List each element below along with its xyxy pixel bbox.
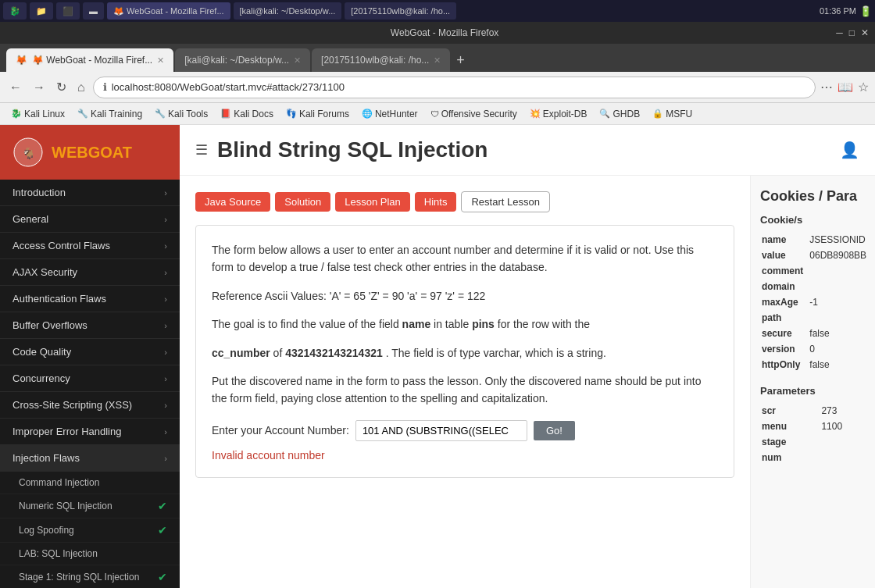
home-button[interactable]: ⌂ <box>74 77 88 98</box>
sidebar-subitem-log-spoofing[interactable]: Log Spoofing ✔ <box>0 519 180 543</box>
browser-titlebar: WebGoat - Mozilla Firefox ─ □ ✕ <box>0 22 875 44</box>
lesson-cc-value: 4321432143214321 <box>285 347 383 359</box>
sidebar-item-authentication-flaws-label: Authentication Flaws <box>12 293 106 305</box>
lesson-para3-start: The goal is to find the value of the fie… <box>212 318 402 330</box>
bookmark-nethunter[interactable]: 🌐 NetHunter <box>357 107 423 121</box>
sidebar-item-xss[interactable]: Cross-Site Scripting (XSS) › <box>0 392 180 419</box>
cookie-name-value: JSESSIONID <box>808 232 868 248</box>
sidebar-item-ajax-security[interactable]: AJAX Security › <box>0 259 180 286</box>
user-icon[interactable]: 👤 <box>840 141 859 159</box>
param-stage-label: stage <box>760 434 820 450</box>
sidebar-subitem-lab-sql[interactable]: LAB: SQL Injection <box>0 543 180 565</box>
bookmark-msfu[interactable]: 🔒 MSFU <box>648 107 697 121</box>
ghdb-icon: 🔍 <box>599 109 610 119</box>
sidebar-subitem-stage1-label: Stage 1: String SQL Injection <box>19 572 139 583</box>
close-icon[interactable]: ✕ <box>861 27 869 38</box>
taskbar-terminal2[interactable]: ▬ <box>83 2 104 20</box>
lesson-plan-button[interactable]: Lesson Plan <box>335 192 410 212</box>
maximize-icon[interactable]: □ <box>849 27 855 38</box>
cookie-value-label: value <box>760 248 808 263</box>
lesson-para4-end: . The field is of type varchar, which is… <box>386 347 606 359</box>
sidebar-item-access-control[interactable]: Access Control Flaws › <box>0 233 180 259</box>
sidebar-item-general[interactable]: General › <box>0 206 180 233</box>
tab-terminal1[interactable]: [kali@kali: ~/Desktop/w... ✕ <box>175 48 310 72</box>
sidebar-subitem-command-injection[interactable]: Command Injection <box>0 472 180 494</box>
go-button[interactable]: Go! <box>534 421 575 440</box>
sidebar-item-injection-flaws[interactable]: Injection Flaws › <box>0 445 180 472</box>
bookmark-kali-linux[interactable]: 🐉 Kali Linux <box>6 107 70 121</box>
cookie-value-value: 06DB8908BB <box>808 248 868 263</box>
sidebar-item-improper-error-handling[interactable]: Improper Error Handling › <box>0 419 180 445</box>
sidebar-item-authentication-flaws[interactable]: Authentication Flaws › <box>0 286 180 312</box>
tab-terminal2-label: [20175110wlb@kali: /ho... <box>321 55 429 66</box>
param-menu-value: 1100 <box>820 419 866 434</box>
address-bar[interactable]: ℹ localhost:8080/WebGoat/start.mvc#attac… <box>93 77 816 98</box>
taskbar-kali-icon[interactable]: 🐉 <box>3 2 27 20</box>
hints-button[interactable]: Hints <box>415 192 457 212</box>
sidebar-subitem-numeric-sql[interactable]: Numeric SQL Injection ✔ <box>0 494 180 519</box>
bookmark-kali-training[interactable]: 🔧 Kali Training <box>73 107 147 121</box>
minimize-icon[interactable]: ─ <box>836 27 843 38</box>
bookmark-offensive-security[interactable]: 🛡 Offensive Security <box>426 107 522 121</box>
sidebar-item-buffer-overflows[interactable]: Buffer Overflows › <box>0 312 180 339</box>
solution-button[interactable]: Solution <box>275 192 330 212</box>
cookie-row-version: version 0 <box>760 341 868 357</box>
chevron-right-icon: › <box>164 188 167 198</box>
taskbar-terminal1[interactable]: ⬛ <box>56 2 80 20</box>
nethunter-icon: 🌐 <box>362 109 373 119</box>
check-icon: ✔ <box>158 500 167 512</box>
content-area: ☰ Blind String SQL Injection 👤 Java Sour… <box>180 125 875 588</box>
java-source-button[interactable]: Java Source <box>195 192 270 212</box>
sidebar-item-xss-label: Cross-Site Scripting (XSS) <box>12 399 132 411</box>
new-tab-button[interactable]: + <box>452 52 470 69</box>
taskbar-battery-icon: 🔋 <box>859 5 872 17</box>
bookmark-kali-tools-label: Kali Tools <box>168 109 208 119</box>
taskbar-terminal3[interactable]: [kali@kali: ~/Desktop/w... <box>234 2 342 20</box>
right-panel: Cookies / Para Cookie/s name JSESSIONID … <box>750 176 875 588</box>
tab-webgoat[interactable]: 🦊 🦊 WebGoat - Mozilla Firef... ✕ <box>6 48 173 72</box>
sidebar-item-concurrency[interactable]: Concurrency › <box>0 365 180 392</box>
webgoat-logo-icon: 🐐 <box>12 137 44 168</box>
bookmark-kali-tools[interactable]: 🔧 Kali Tools <box>150 107 212 121</box>
taskbar-terminal4[interactable]: [20175110wlb@kali: /ho... <box>345 2 456 20</box>
sidebar-item-code-quality[interactable]: Code Quality › <box>0 339 180 365</box>
cookie-comment-label: comment <box>760 263 808 279</box>
reader-view-button[interactable]: 📖 <box>838 80 853 94</box>
cookie-maxage-label: maxAge <box>760 294 808 310</box>
cookie-secure-value: false <box>808 326 868 341</box>
tab-webgoat-close[interactable]: ✕ <box>157 55 164 66</box>
bookmark-exploit-db[interactable]: 💥 Exploit-DB <box>525 107 592 121</box>
bookmark-kali-docs-label: Kali Docs <box>234 109 273 119</box>
forward-button[interactable]: → <box>30 77 48 98</box>
cookie-row-maxage: maxAge -1 <box>760 294 868 310</box>
more-button[interactable]: ⋯ <box>820 80 833 94</box>
tab-terminal1-close[interactable]: ✕ <box>294 55 301 66</box>
error-message: Invalid account number <box>212 449 718 461</box>
account-number-input[interactable] <box>355 420 527 441</box>
sidebar-subitem-lab-sql-label: LAB: SQL Injection <box>19 548 98 559</box>
tab-bar: 🦊 🦊 WebGoat - Mozilla Firef... ✕ [kali@k… <box>0 44 875 72</box>
sidebar-subitem-stage1[interactable]: Stage 1: String SQL Injection ✔ <box>0 565 180 588</box>
param-num-value <box>820 450 866 465</box>
bookmark-kali-docs[interactable]: 📕 Kali Docs <box>216 107 278 121</box>
bookmark-button[interactable]: ☆ <box>858 80 869 94</box>
bookmark-kali-forums[interactable]: 👣 Kali Forums <box>281 107 354 121</box>
sidebar-item-code-quality-label: Code Quality <box>12 346 71 358</box>
param-menu-label: menu <box>760 419 820 434</box>
back-button[interactable]: ← <box>6 77 25 98</box>
taskbar-files[interactable]: 📁 <box>30 2 53 20</box>
menu-icon[interactable]: ☰ <box>195 141 208 159</box>
kali-forums-icon: 👣 <box>286 109 297 119</box>
sidebar-item-introduction[interactable]: Introduction › <box>0 180 180 206</box>
bookmark-ghdb[interactable]: 🔍 GHDB <box>595 107 645 121</box>
restart-lesson-button[interactable]: Restart Lesson <box>461 191 549 212</box>
reload-button[interactable]: ↻ <box>53 77 70 98</box>
tab-terminal2[interactable]: [20175110wlb@kali: /ho... ✕ <box>312 48 450 72</box>
cookie-maxage-value: -1 <box>808 294 868 310</box>
taskbar-firefox[interactable]: 🦊 WebGoat - Mozilla Firef... <box>107 2 230 20</box>
tab-terminal2-close[interactable]: ✕ <box>434 55 441 66</box>
bookmark-kali-forums-label: Kali Forums <box>299 109 349 119</box>
cookie-row-value: value 06DB8908BB <box>760 248 868 263</box>
sidebar-item-introduction-label: Introduction <box>12 187 66 198</box>
bookmark-msfu-label: MSFU <box>666 109 692 119</box>
